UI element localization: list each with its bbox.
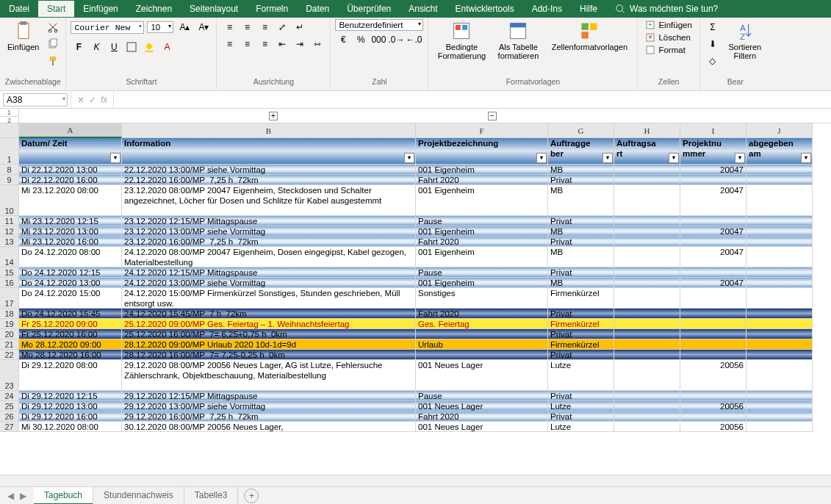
format-cells-button[interactable]: Format: [642, 44, 694, 56]
row-header[interactable]: 8: [0, 165, 19, 175]
cell-B9[interactable]: 22.12.2020 16:00/MP 7,25 h 72km: [122, 175, 416, 185]
cell-B25[interactable]: 29.12.2020 13:00/MP siehe Vormittag: [122, 401, 416, 411]
cell-F24[interactable]: Pause: [416, 391, 548, 401]
cell-H26[interactable]: [614, 411, 680, 422]
cell-G16[interactable]: MB: [548, 278, 614, 288]
cell-A26[interactable]: Di 29.12.2020 16:00: [19, 411, 122, 422]
cell-H21[interactable]: [614, 339, 680, 350]
cell-B27[interactable]: 30.12.2020 08:00/MP 20056 Neues Lager,: [122, 422, 416, 432]
table-header-G[interactable]: Auftraggeber▾: [548, 138, 614, 165]
sheet-nav-next-icon[interactable]: ▶: [20, 491, 26, 501]
cell-F13[interactable]: Fahrt 2020: [416, 237, 548, 247]
align-middle-button[interactable]: ≡: [239, 19, 255, 35]
cell-B17[interactable]: 24.12.2020 15:00/MP Firmenkürzel Sonstig…: [122, 288, 416, 309]
cell-J11[interactable]: [747, 216, 813, 226]
cell-I14[interactable]: 20047: [680, 247, 747, 267]
cell-I26[interactable]: [680, 411, 747, 422]
cell-A15[interactable]: Do 24.12.2020 12:15: [19, 267, 122, 278]
cell-J9[interactable]: [747, 175, 813, 185]
cell-B10[interactable]: 23.12.2020 08:00/MP 20047 Eigenheim, Ste…: [122, 185, 416, 216]
cell-J12[interactable]: [747, 226, 813, 237]
cell-A24[interactable]: Di 29.12.2020 12:15: [19, 391, 122, 401]
cell-A20[interactable]: Fr 25.12.2020 16:00: [19, 329, 122, 339]
cut-button[interactable]: [45, 19, 61, 35]
ribbon-tab-formeln[interactable]: Formeln: [247, 1, 297, 17]
row-header[interactable]: 17: [0, 288, 19, 309]
row-header[interactable]: 22: [0, 350, 19, 360]
inc-indent-button[interactable]: ⇥: [292, 36, 308, 52]
enter-formula-icon[interactable]: ✓: [89, 95, 96, 105]
cell-J20[interactable]: [747, 329, 813, 339]
cell-I21[interactable]: [680, 339, 747, 350]
cell-H8[interactable]: [614, 165, 680, 175]
row-header[interactable]: 10: [0, 185, 19, 216]
table-header-B[interactable]: Information▾: [122, 138, 416, 165]
row-header[interactable]: 1: [0, 138, 19, 165]
cell-J22[interactable]: [747, 350, 813, 360]
sheet-tab-tabelle3[interactable]: Tabelle3: [184, 487, 239, 505]
fx-icon[interactable]: fx: [101, 95, 107, 105]
ribbon-tab-einfügen[interactable]: Einfügen: [74, 1, 126, 17]
align-bottom-button[interactable]: ≡: [256, 19, 273, 35]
conditional-formatting-button[interactable]: Bedingte Formatierung: [433, 19, 490, 62]
cell-G11[interactable]: Privat: [548, 216, 614, 226]
sheet-tab-tagebuch[interactable]: Tagebuch: [34, 487, 93, 505]
column-header-F[interactable]: F: [416, 123, 548, 138]
cell-I24[interactable]: [680, 391, 747, 401]
table-header-J[interactable]: abgegebenam▾: [747, 138, 813, 165]
bold-button[interactable]: F: [71, 39, 87, 55]
cell-J8[interactable]: [747, 165, 813, 175]
cell-G20[interactable]: Privat: [548, 329, 614, 339]
cell-J27[interactable]: [747, 422, 813, 432]
cell-J23[interactable]: [747, 360, 813, 391]
cell-B19[interactable]: 25.12.2020 09:00/MP Ges. Feiertag – 1. W…: [122, 319, 416, 329]
row-header[interactable]: 25: [0, 401, 19, 411]
autosum-button[interactable]: Σ: [705, 19, 721, 35]
cell-B13[interactable]: 23.12.2020 16:00/MP 7,25 h 72km: [122, 237, 416, 247]
thousands-button[interactable]: 000: [370, 32, 386, 48]
inc-decimal-button[interactable]: .0→: [388, 32, 404, 48]
cell-H10[interactable]: [614, 185, 680, 216]
cell-I8[interactable]: 20047: [680, 165, 747, 175]
cell-J17[interactable]: [747, 288, 813, 309]
wrap-text-button[interactable]: ↵: [292, 19, 308, 35]
cell-J15[interactable]: [747, 267, 813, 278]
table-header-F[interactable]: Projektbezeichnung▾: [416, 138, 548, 165]
row-header[interactable]: 20: [0, 329, 19, 339]
cell-G17[interactable]: Firmenkürzel: [548, 288, 614, 309]
filter-button[interactable]: ▾: [602, 153, 613, 163]
column-header-B[interactable]: B: [122, 123, 416, 138]
ribbon-tab-seitenlayout[interactable]: Seitenlayout: [181, 1, 247, 17]
dec-decimal-button[interactable]: ←.0: [406, 32, 422, 48]
grow-font-button[interactable]: A▴: [176, 19, 193, 35]
outline-collapse-button[interactable]: −: [488, 112, 497, 120]
ribbon-tab-ansicht[interactable]: Ansicht: [400, 1, 446, 17]
cell-H11[interactable]: [614, 216, 680, 226]
new-sheet-button[interactable]: +: [244, 489, 259, 503]
cell-G10[interactable]: MB: [548, 185, 614, 216]
percent-button[interactable]: %: [353, 32, 369, 48]
cell-B8[interactable]: 22.12.2020 13:00/MP siehe Vormittag: [122, 165, 416, 175]
ribbon-tab-zeichnen[interactable]: Zeichnen: [127, 1, 181, 17]
cell-G22[interactable]: Privat: [548, 350, 614, 360]
clear-button[interactable]: ◇: [705, 53, 721, 69]
cell-F17[interactable]: Sonstiges: [416, 288, 548, 309]
cell-A17[interactable]: Do 24.12.2020 15:00: [19, 288, 122, 309]
cell-I25[interactable]: 20056: [680, 401, 747, 411]
cell-H24[interactable]: [614, 391, 680, 401]
cell-F16[interactable]: 001 Eigenheim: [416, 278, 548, 288]
cell-H19[interactable]: [614, 319, 680, 329]
sort-filter-button[interactable]: AZ Sortieren Filtern: [724, 19, 766, 62]
cell-B18[interactable]: 24.12.2020 15:45/MP 7 h 72km: [122, 309, 416, 319]
name-box[interactable]: A38: [3, 93, 68, 107]
cell-J10[interactable]: [747, 185, 813, 216]
cell-A25[interactable]: Di 29.12.2020 13:00: [19, 401, 122, 411]
cell-A27[interactable]: Mi 30.12.2020 08:00: [19, 422, 122, 432]
cell-H22[interactable]: [614, 350, 680, 360]
cell-F27[interactable]: 001 Neues Lager: [416, 422, 548, 432]
cell-H27[interactable]: [614, 422, 680, 432]
column-header-G[interactable]: G: [548, 123, 614, 138]
borders-button[interactable]: [123, 39, 140, 55]
cell-I15[interactable]: [680, 267, 747, 278]
table-header-I[interactable]: Projektnummer▾: [680, 138, 747, 165]
